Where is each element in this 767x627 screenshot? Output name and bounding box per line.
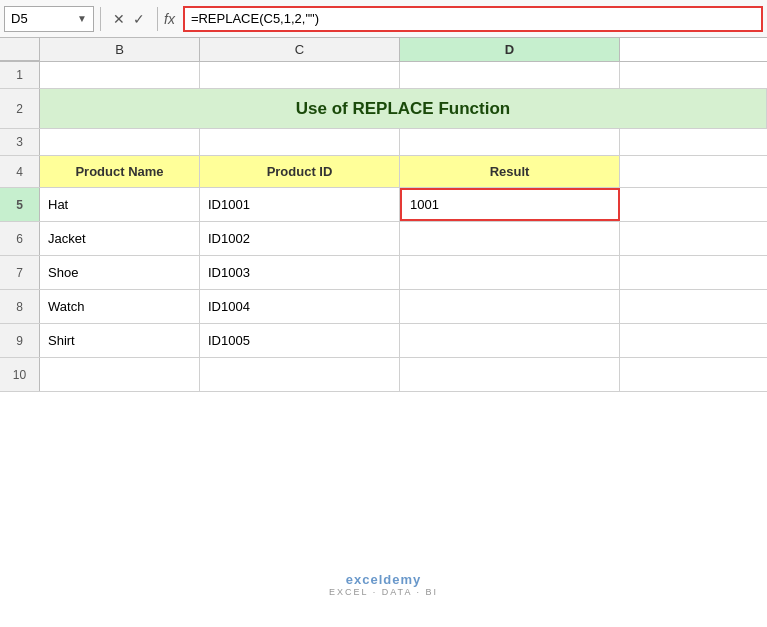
row-6: 6 Jacket ID1002 — [0, 222, 767, 256]
confirm-icon[interactable]: ✓ — [133, 11, 145, 27]
row-num-6: 6 — [0, 222, 40, 255]
col-header-c[interactable]: C — [200, 38, 400, 61]
cell-b3[interactable] — [40, 129, 200, 155]
cell-b9[interactable]: Shirt — [40, 324, 200, 357]
row-3: 3 — [0, 129, 767, 156]
cell-d4[interactable]: Result — [400, 156, 620, 187]
formula-divider — [100, 7, 101, 31]
cell-c9[interactable]: ID1005 — [200, 324, 400, 357]
title-cell: Use of REPLACE Function — [40, 89, 767, 128]
cell-c5[interactable]: ID1001 — [200, 188, 400, 221]
formula-bar: D5 ▼ ✕ ✓ fx — [0, 0, 767, 38]
col-header-b[interactable]: B — [40, 38, 200, 61]
row-num-4: 4 — [0, 156, 40, 187]
cell-d8[interactable] — [400, 290, 620, 323]
row-num-10: 10 — [0, 358, 40, 391]
cell-d10[interactable] — [400, 358, 620, 391]
formula-input[interactable] — [183, 6, 763, 32]
cell-c6[interactable]: ID1002 — [200, 222, 400, 255]
cell-b1[interactable] — [40, 62, 200, 88]
watermark: exceldemy EXCEL · DATA · BI — [329, 572, 438, 597]
row-5: 5 Hat ID1001 1001 — [0, 188, 767, 222]
cell-b8[interactable]: Watch — [40, 290, 200, 323]
row-7: 7 Shoe ID1003 — [0, 256, 767, 290]
cell-d1[interactable] — [400, 62, 620, 88]
row-num-7: 7 — [0, 256, 40, 289]
corner-header — [0, 38, 40, 61]
row-4: 4 Product Name Product ID Result — [0, 156, 767, 188]
spreadsheet: B C D 1 2 Use of REPLACE Function 3 4 Pr… — [0, 38, 767, 392]
cell-b10[interactable] — [40, 358, 200, 391]
row-num-8: 8 — [0, 290, 40, 323]
cell-d7[interactable] — [400, 256, 620, 289]
row-8: 8 Watch ID1004 — [0, 290, 767, 324]
cell-c10[interactable] — [200, 358, 400, 391]
cell-name-dropdown-icon[interactable]: ▼ — [77, 13, 87, 24]
formula-icons: ✕ ✓ — [107, 11, 151, 27]
cell-c8[interactable]: ID1004 — [200, 290, 400, 323]
cancel-icon[interactable]: ✕ — [113, 11, 125, 27]
row-1: 1 — [0, 62, 767, 89]
cell-name-box[interactable]: D5 ▼ — [4, 6, 94, 32]
cell-b4[interactable]: Product Name — [40, 156, 200, 187]
cell-d5[interactable]: 1001 — [400, 188, 620, 221]
cell-c3[interactable] — [200, 129, 400, 155]
row-2: 2 Use of REPLACE Function — [0, 89, 767, 129]
cell-c1[interactable] — [200, 62, 400, 88]
row-num-1: 1 — [0, 62, 40, 88]
row-10: 10 — [0, 358, 767, 392]
row-9: 9 Shirt ID1005 — [0, 324, 767, 358]
cell-c7[interactable]: ID1003 — [200, 256, 400, 289]
watermark-sub: EXCEL · DATA · BI — [329, 587, 438, 597]
formula-divider-2 — [157, 7, 158, 31]
column-headers: B C D — [0, 38, 767, 62]
cell-b5[interactable]: Hat — [40, 188, 200, 221]
row-num-3: 3 — [0, 129, 40, 155]
cell-c4[interactable]: Product ID — [200, 156, 400, 187]
cell-reference: D5 — [11, 11, 28, 26]
cell-b6[interactable]: Jacket — [40, 222, 200, 255]
cell-b7[interactable]: Shoe — [40, 256, 200, 289]
row-num-2: 2 — [0, 89, 40, 128]
fx-label: fx — [164, 11, 175, 27]
watermark-logo: exceldemy — [346, 572, 422, 587]
cell-d3[interactable] — [400, 129, 620, 155]
cell-d6[interactable] — [400, 222, 620, 255]
row-num-5: 5 — [0, 188, 40, 221]
cell-d9[interactable] — [400, 324, 620, 357]
row-num-9: 9 — [0, 324, 40, 357]
col-header-d[interactable]: D — [400, 38, 620, 61]
